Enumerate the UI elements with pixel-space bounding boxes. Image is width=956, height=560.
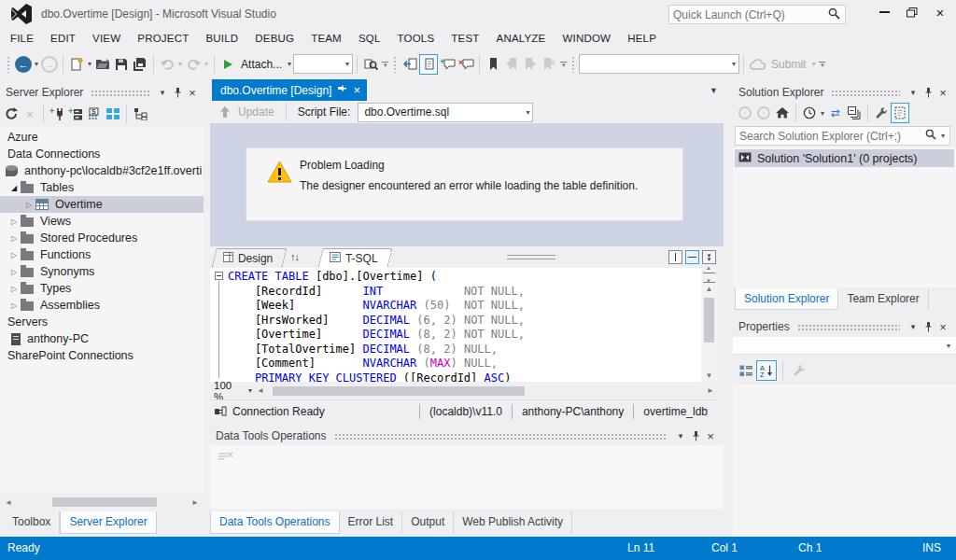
tree-item-anthony-pc-localdb-3cf2e1ff-overti[interactable]: anthony-pc\localdb#3cf2e1ff.overti — [0, 162, 204, 179]
expanded-arrow-icon[interactable]: ◢ — [7, 184, 21, 192]
workitem-combo[interactable]: ▾ — [579, 54, 739, 74]
unparent-connection-icon[interactable] — [131, 104, 149, 124]
save-all-icon[interactable] — [131, 54, 149, 75]
menu-window[interactable]: WINDOW — [554, 28, 619, 49]
code-collapse-icon[interactable] — [215, 272, 223, 280]
pending-changes-filter-icon[interactable] — [800, 103, 819, 123]
solution-search-input[interactable] — [736, 130, 922, 143]
connect-to-server-icon[interactable]: + — [66, 104, 85, 124]
horizontal-split-button[interactable] — [685, 250, 699, 264]
menu-file[interactable]: FILE — [2, 28, 42, 49]
new-file-icon[interactable] — [67, 54, 86, 75]
navigate-forward-button[interactable]: → — [40, 54, 59, 75]
tsql-code-editor[interactable]: CREATE TABLE [dbo].[Overtime] ( [RecordI… — [210, 268, 717, 382]
pin-icon[interactable] — [921, 86, 935, 100]
tab-output[interactable]: Output — [402, 511, 454, 534]
alphabetical-sort-icon[interactable]: AZ — [756, 360, 777, 381]
pane-splitter-handle[interactable] — [507, 255, 555, 259]
close-button[interactable]: × — [926, 2, 954, 22]
collapsed-arrow-icon[interactable]: ▷ — [22, 201, 35, 209]
pin-icon[interactable] — [688, 429, 703, 443]
azure-icon[interactable] — [104, 104, 122, 124]
search-icon[interactable] — [922, 129, 939, 143]
swap-panes-button[interactable]: ↑↓ — [290, 251, 299, 262]
tab-web-publish-activity[interactable]: Web Publish Activity — [454, 511, 572, 534]
open-file-icon[interactable] — [93, 54, 112, 75]
tree-item-stored-procedures[interactable]: ▷Stored Procedures — [0, 230, 204, 246]
scroll-up-arrow[interactable]: ▲ — [701, 285, 717, 293]
document-list-dropdown-icon[interactable]: ▼ — [710, 86, 718, 95]
tree-item-azure[interactable]: Azure — [0, 129, 204, 146]
quick-launch-box[interactable] — [668, 5, 846, 24]
menu-debug[interactable]: DEBUG — [246, 28, 302, 49]
collapsed-arrow-icon[interactable]: ▷ — [7, 234, 21, 243]
tree-item-sharepoint-connections[interactable]: SharePoint Connections — [0, 347, 204, 364]
stop-refresh-icon[interactable]: × — [21, 104, 39, 124]
sync-with-active-document-icon[interactable] — [419, 54, 438, 75]
attach-run-icon[interactable] — [218, 54, 237, 75]
properties-object-combo[interactable]: ▾ — [733, 337, 956, 355]
collapsed-arrow-icon[interactable]: ▷ — [7, 285, 21, 293]
panel-grip[interactable] — [831, 90, 900, 96]
editor-splitter-icon[interactable] — [703, 273, 715, 283]
window-position-dropdown-icon[interactable]: ▾ — [906, 320, 921, 334]
tree-item-types[interactable]: ▷Types — [0, 280, 204, 297]
attach-dropdown[interactable]: ▾ — [286, 60, 293, 68]
navigate-back-button[interactable]: ← — [14, 54, 33, 75]
minimize-button[interactable] — [870, 2, 898, 22]
new-file-dropdown[interactable]: ▾ — [86, 60, 93, 68]
collapse-pane-button[interactable]: ▼▼ — [702, 250, 716, 264]
cloud-submit-icon[interactable] — [748, 54, 767, 75]
pin-icon[interactable] — [338, 84, 346, 97]
close-icon[interactable]: × — [935, 86, 950, 100]
toggle-bookmark-icon[interactable] — [484, 54, 502, 75]
navigate-backward-history-icon[interactable] — [401, 54, 419, 75]
tab-tsql[interactable]: T-SQL — [317, 248, 392, 268]
toolbar-overflow-button[interactable]: ▼ — [380, 62, 390, 67]
pin-icon[interactable] — [921, 320, 935, 334]
menu-view[interactable]: VIEW — [84, 28, 129, 49]
collapsed-arrow-icon[interactable]: ▷ — [7, 268, 21, 276]
solution-explorer-search-box[interactable]: ▾ — [735, 126, 950, 146]
previous-bookmark-icon[interactable] — [502, 54, 521, 75]
tree-item-servers[interactable]: Servers — [0, 314, 204, 330]
submit-dropdown[interactable]: ▾ — [809, 60, 817, 68]
collapsed-arrow-icon[interactable]: ▷ — [7, 251, 21, 259]
close-icon[interactable]: × — [935, 320, 950, 334]
toolbar-overflow-button[interactable]: ▼ — [817, 62, 827, 67]
undo-icon[interactable] — [158, 54, 176, 75]
search-options-dropdown[interactable]: ▾ — [939, 132, 949, 140]
panel-grip[interactable] — [334, 433, 668, 440]
forward-icon[interactable]: › — [754, 103, 773, 123]
tab-design[interactable]: Design — [211, 248, 288, 268]
menu-test[interactable]: TEST — [443, 28, 487, 49]
tree-item-tables[interactable]: ◢Tables — [0, 179, 204, 196]
tree-item-functions[interactable]: ▷Functions — [0, 246, 204, 263]
solution-node[interactable]: Solution 'Solution1' (0 projects) — [735, 149, 954, 167]
menu-tools[interactable]: TOOLS — [389, 28, 443, 49]
tab-toolbox[interactable]: Toolbox — [4, 511, 60, 534]
back-icon[interactable]: ‹ — [736, 103, 754, 123]
categorized-icon[interactable] — [736, 360, 756, 381]
document-tab-dbo-overtime[interactable]: dbo.Overtime [Design] × — [212, 79, 367, 101]
add-comment-icon[interactable]: + — [438, 54, 457, 75]
panel-grip[interactable] — [91, 90, 149, 96]
scroll-thumb[interactable] — [704, 298, 714, 343]
scroll-right-arrow[interactable]: ► — [189, 498, 202, 507]
scroll-right-arrow[interactable]: ► — [704, 386, 717, 395]
window-position-dropdown-icon[interactable]: ▾ — [906, 86, 921, 100]
tree-item-synonyms[interactable]: ▷Synonyms — [0, 263, 204, 280]
menu-team[interactable]: TEAM — [302, 28, 350, 49]
pin-icon[interactable] — [170, 86, 185, 100]
quick-launch-input[interactable] — [669, 8, 823, 21]
close-icon[interactable]: × — [185, 86, 200, 100]
next-bookmark-icon[interactable] — [521, 54, 540, 75]
redo-icon[interactable] — [184, 54, 203, 75]
collapsed-arrow-icon[interactable]: ▷ — [7, 217, 21, 226]
restore-button[interactable] — [898, 2, 926, 22]
delete-comment-icon[interactable]: × — [457, 54, 475, 75]
tab-server-explorer[interactable]: Server Explorer — [60, 511, 156, 534]
tree-item-views[interactable]: ▷Views — [0, 213, 204, 230]
scroll-left-arrow[interactable]: ◄ — [254, 386, 267, 395]
properties-wrench-icon[interactable] — [872, 103, 891, 123]
